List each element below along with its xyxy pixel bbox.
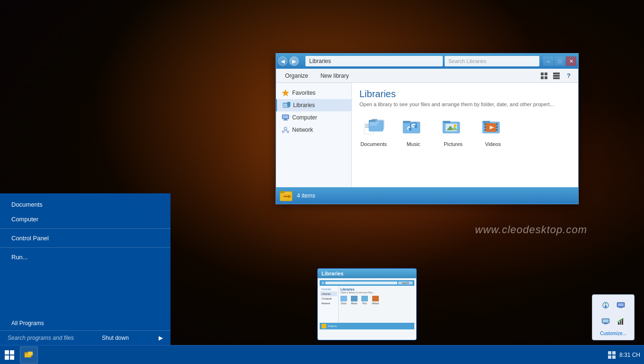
- start-menu-bottom: Search programs and files Shut down ▶: [0, 330, 170, 345]
- svg-rect-51: [496, 129, 498, 131]
- search-placeholder: Search Libraries: [448, 58, 486, 64]
- svg-rect-6: [553, 77, 560, 79]
- svg-rect-39: [443, 121, 450, 123]
- sys-tray-icons-row1: [599, 299, 627, 312]
- svg-rect-49: [496, 123, 498, 125]
- sidebar-item-favorites[interactable]: Favorites: [276, 87, 351, 99]
- sys-tray-icon-2[interactable]: [614, 299, 627, 312]
- sidebar-item-computer[interactable]: Computer: [276, 111, 351, 124]
- start-button[interactable]: [0, 346, 19, 364]
- sys-tray-icon-4[interactable]: [614, 315, 627, 328]
- maximize-button[interactable]: □: [555, 56, 565, 66]
- library-item-videos[interactable]: Videos: [479, 115, 507, 147]
- taskbar-time: 8:31 CH: [619, 352, 640, 358]
- svg-rect-29: [370, 123, 378, 124]
- close-button[interactable]: ✕: [566, 56, 576, 66]
- desktop-watermark: www.cleodesktop.com: [475, 224, 587, 236]
- view-tiles-button[interactable]: [538, 71, 550, 81]
- svg-rect-50: [496, 126, 498, 128]
- library-item-documents[interactable]: Documents: [359, 115, 388, 147]
- documents-label: Documents: [360, 141, 387, 147]
- music-label: Music: [407, 141, 420, 147]
- forward-button[interactable]: ▶: [289, 56, 299, 66]
- start-menu-items: Documents Computer Control Panel Run...: [0, 193, 170, 316]
- system-tray-popup: Customize...: [592, 294, 635, 340]
- shutdown-arrow[interactable]: ▶: [159, 335, 163, 341]
- search-box[interactable]: Search Libraries: [445, 56, 539, 66]
- svg-rect-69: [620, 320, 621, 325]
- sidebar-item-network[interactable]: Network: [276, 124, 351, 136]
- documents-icon-wrapper: [359, 115, 388, 139]
- svg-rect-60: [605, 305, 607, 308]
- minimize-button[interactable]: –: [543, 56, 554, 66]
- sidebar-item-libraries[interactable]: Libraries: [276, 99, 351, 111]
- taskbar-libraries-icon: [24, 351, 34, 359]
- pictures-label: Pictures: [444, 141, 463, 147]
- window-controls: – □ ✕: [543, 56, 576, 66]
- library-item-music[interactable]: Music: [399, 115, 428, 147]
- svg-rect-2: [541, 76, 544, 79]
- music-icon-wrapper: [399, 115, 428, 139]
- documents-icon: [362, 116, 385, 138]
- svg-rect-12: [283, 115, 288, 118]
- svg-rect-47: [484, 126, 486, 128]
- back-button[interactable]: ◀: [278, 56, 287, 66]
- shutdown-button[interactable]: Shut down: [102, 335, 129, 341]
- svg-rect-45: [483, 121, 490, 123]
- help-button[interactable]: ?: [563, 71, 574, 81]
- window-titlebar: ◀ ▶ Libraries Search Libraries – □ ✕: [276, 54, 578, 69]
- svg-rect-4: [553, 73, 560, 74]
- svg-rect-67: [604, 323, 608, 324]
- library-icons-container: Documents: [359, 115, 571, 147]
- svg-rect-14: [283, 120, 288, 120]
- start-menu-item-computer[interactable]: Computer: [0, 212, 170, 227]
- start-menu-item-control-panel[interactable]: Control Panel: [0, 231, 170, 246]
- start-icon: [5, 350, 14, 360]
- videos-icon: [482, 116, 504, 138]
- svg-point-15: [284, 127, 287, 130]
- svg-rect-10: [287, 102, 290, 107]
- all-programs-button[interactable]: All Programs: [0, 316, 170, 330]
- libraries-label: Libraries: [293, 102, 315, 109]
- videos-label: Videos: [485, 141, 501, 147]
- sys-tray-icon-3[interactable]: [599, 315, 612, 328]
- svg-rect-57: [284, 196, 288, 197]
- svg-rect-0: [541, 73, 544, 75]
- content-description: Open a library to see your files and arr…: [359, 101, 571, 107]
- svg-point-61: [605, 303, 607, 305]
- computer-icon: [282, 114, 289, 121]
- star-icon: [282, 89, 289, 97]
- taskbar-right: 8:31 CH: [604, 351, 644, 359]
- libraries-window: ◀ ▶ Libraries Search Libraries – □ ✕ Org…: [276, 53, 579, 204]
- view-details-button[interactable]: [551, 71, 562, 81]
- thumbnail-title: Libraries: [318, 269, 416, 278]
- window-main: Libraries Open a library to see your fil…: [352, 83, 578, 187]
- favorites-label: Favorites: [292, 90, 315, 96]
- taskbar-item-libraries[interactable]: [20, 346, 38, 364]
- library-item-pictures[interactable]: Pictures: [439, 115, 467, 147]
- start-menu-item-documents[interactable]: Documents: [0, 197, 170, 212]
- computer-label: Computer: [292, 114, 317, 121]
- network-label: Network: [292, 127, 313, 133]
- sys-tray-icons-row2: [599, 315, 627, 328]
- customize-button[interactable]: Customize...: [600, 331, 626, 336]
- window-sidebar: Favorites Libraries: [276, 83, 352, 187]
- new-library-button[interactable]: New library: [315, 71, 354, 81]
- start-menu-divider-2: [0, 247, 170, 248]
- status-folder-icon: [280, 189, 293, 202]
- svg-rect-56: [281, 193, 291, 193]
- start-search-label[interactable]: Search programs and files: [8, 335, 74, 341]
- svg-line-19: [286, 130, 287, 131]
- library-icon: [283, 101, 290, 109]
- taskbar-grid-icon[interactable]: [608, 351, 616, 359]
- start-menu-item-run[interactable]: Run...: [0, 250, 170, 264]
- svg-rect-13: [284, 119, 287, 120]
- thumbnail-body: search Favorites Libraries Computer Netw…: [318, 278, 416, 340]
- organize-button[interactable]: Organize: [280, 71, 313, 81]
- svg-rect-3: [545, 76, 547, 79]
- sys-tray-icon-1[interactable]: [599, 299, 612, 312]
- breadcrumb[interactable]: Libraries: [305, 56, 443, 66]
- svg-rect-66: [603, 319, 608, 322]
- mini-search: search: [398, 282, 412, 284]
- svg-rect-68: [618, 322, 619, 325]
